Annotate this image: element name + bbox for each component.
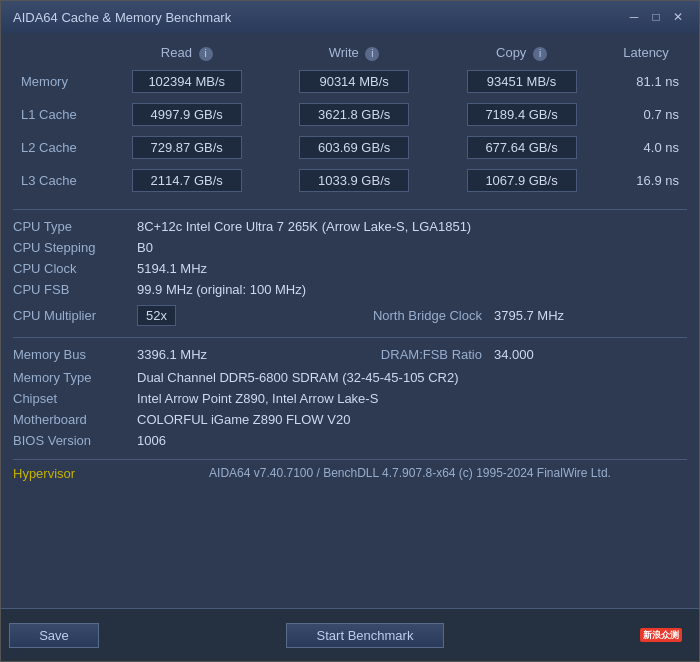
north-bridge-clock-label: North Bridge Clock — [330, 308, 490, 323]
header-write: Write i — [270, 41, 437, 65]
cpu-multiplier-value: 52x — [133, 302, 330, 329]
footer: Save Start Benchmark 新浪众测 — [1, 608, 699, 661]
read-info-icon[interactable]: i — [199, 47, 213, 61]
memory-type-label: Memory Type — [13, 367, 133, 388]
motherboard-value: COLORFUL iGame Z890 FLOW V20 — [133, 409, 687, 430]
hypervisor-row: Hypervisor AIDA64 v7.40.7100 / BenchDLL … — [13, 466, 687, 481]
row-read-2: 729.87 GB/s — [103, 131, 270, 164]
header-copy: Copy i — [438, 41, 605, 65]
hypervisor-note: AIDA64 v7.40.7100 / BenchDLL 4.7.907.8-x… — [133, 466, 687, 480]
memory-type-value: Dual Channel DDR5-6800 SDRAM (32-45-45-1… — [133, 367, 687, 388]
header-read: Read i — [103, 41, 270, 65]
row-label-0: Memory — [13, 65, 103, 98]
row-write-0: 90314 MB/s — [270, 65, 437, 98]
divider-1 — [13, 209, 687, 210]
memory-bus-row: Memory Bus 3396.1 MHz DRAM:FSB Ratio 34.… — [13, 344, 687, 365]
cpu-info-section: CPU Type 8C+12c Intel Core Ultra 7 265K … — [13, 216, 687, 300]
title-bar-controls: ─ □ ✕ — [625, 8, 687, 26]
row-read-3: 2114.7 GB/s — [103, 164, 270, 197]
save-button[interactable]: Save — [9, 623, 99, 648]
row-label-2: L2 Cache — [13, 131, 103, 164]
divider-2 — [13, 337, 687, 338]
benchmark-table: Read i Write i Copy i Latency Memory — [13, 41, 687, 197]
cpu-fsb-value: 99.9 MHz (original: 100 MHz) — [133, 279, 687, 300]
row-copy-0: 93451 MB/s — [438, 65, 605, 98]
row-read-1: 4997.9 GB/s — [103, 98, 270, 131]
row-write-2: 603.69 GB/s — [270, 131, 437, 164]
table-row: Memory 102394 MB/s 90314 MB/s 93451 MB/s… — [13, 65, 687, 98]
row-label-3: L3 Cache — [13, 164, 103, 197]
memory-details-section: Memory Type Dual Channel DDR5-6800 SDRAM… — [13, 367, 687, 451]
row-label-1: L1 Cache — [13, 98, 103, 131]
row-copy-3: 1067.9 GB/s — [438, 164, 605, 197]
chipset-label: Chipset — [13, 388, 133, 409]
cpu-clock-value: 5194.1 MHz — [133, 258, 687, 279]
bios-label: BIOS Version — [13, 430, 133, 451]
window-title: AIDA64 Cache & Memory Benchmark — [13, 10, 231, 25]
cpu-multiplier-label: CPU Multiplier — [13, 305, 133, 326]
close-button[interactable]: ✕ — [669, 8, 687, 26]
main-content: Read i Write i Copy i Latency Memory — [1, 33, 699, 608]
cpu-type-label: CPU Type — [13, 216, 133, 237]
divider-3 — [13, 459, 687, 460]
maximize-button[interactable]: □ — [647, 8, 665, 26]
cpu-stepping-label: CPU Stepping — [13, 237, 133, 258]
row-latency-1: 0.7 ns — [605, 98, 687, 131]
write-info-icon[interactable]: i — [365, 47, 379, 61]
dram-fsb-value: 34.000 — [490, 344, 687, 365]
main-window: AIDA64 Cache & Memory Benchmark ─ □ ✕ Re… — [0, 0, 700, 662]
copy-info-icon[interactable]: i — [533, 47, 547, 61]
watermark-area: 新浪众测 — [631, 615, 691, 655]
north-bridge-clock-value: 3795.7 MHz — [490, 305, 687, 326]
header-latency: Latency — [605, 41, 687, 65]
row-latency-2: 4.0 ns — [605, 131, 687, 164]
memory-bus-label: Memory Bus — [13, 344, 133, 365]
hypervisor-label: Hypervisor — [13, 466, 133, 481]
title-bar: AIDA64 Cache & Memory Benchmark ─ □ ✕ — [1, 1, 699, 33]
start-benchmark-button[interactable]: Start Benchmark — [286, 623, 445, 648]
row-latency-3: 16.9 ns — [605, 164, 687, 197]
row-write-3: 1033.9 GB/s — [270, 164, 437, 197]
motherboard-label: Motherboard — [13, 409, 133, 430]
row-read-0: 102394 MB/s — [103, 65, 270, 98]
cpu-clock-label: CPU Clock — [13, 258, 133, 279]
chipset-value: Intel Arrow Point Z890, Intel Arrow Lake… — [133, 388, 687, 409]
footer-center: Start Benchmark — [107, 623, 623, 648]
minimize-button[interactable]: ─ — [625, 8, 643, 26]
row-latency-0: 81.1 ns — [605, 65, 687, 98]
row-copy-2: 677.64 GB/s — [438, 131, 605, 164]
bios-value: 1006 — [133, 430, 687, 451]
table-row: L3 Cache 2114.7 GB/s 1033.9 GB/s 1067.9 … — [13, 164, 687, 197]
row-copy-1: 7189.4 GB/s — [438, 98, 605, 131]
cpu-fsb-label: CPU FSB — [13, 279, 133, 300]
cpu-multiplier-row: CPU Multiplier 52x North Bridge Clock 37… — [13, 302, 687, 329]
cpu-type-value: 8C+12c Intel Core Ultra 7 265K (Arrow La… — [133, 216, 687, 237]
table-row: L2 Cache 729.87 GB/s 603.69 GB/s 677.64 … — [13, 131, 687, 164]
row-write-1: 3621.8 GB/s — [270, 98, 437, 131]
cpu-stepping-value: B0 — [133, 237, 687, 258]
table-row: L1 Cache 4997.9 GB/s 3621.8 GB/s 7189.4 … — [13, 98, 687, 131]
dram-fsb-label: DRAM:FSB Ratio — [330, 347, 490, 362]
memory-bus-value: 3396.1 MHz — [133, 344, 330, 365]
sinaimg-badge: 新浪众测 — [640, 628, 682, 643]
